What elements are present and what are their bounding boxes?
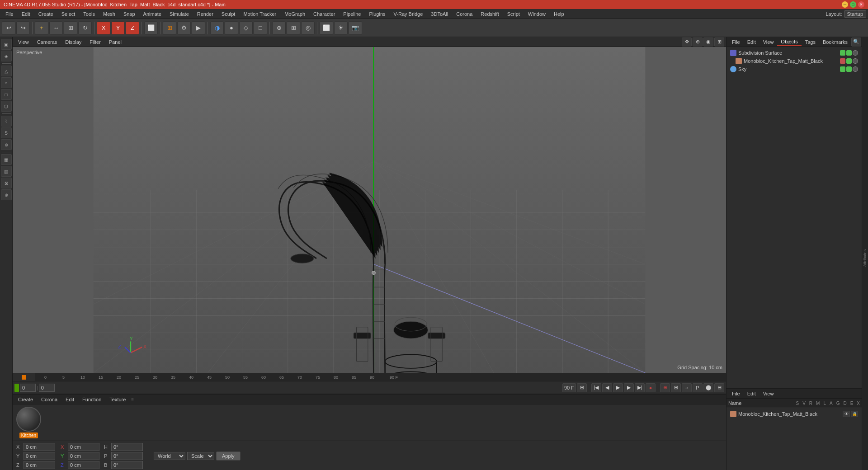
redo-button[interactable]: ↪ — [16, 21, 30, 35]
obj-item-subdivision[interactable]: Subdivision Surface — [728, 49, 860, 57]
mat-tab-function[interactable]: Function — [79, 396, 105, 403]
left-tool-3[interactable]: □ — [1, 89, 12, 100]
left-tool-4[interactable]: ⬡ — [1, 101, 12, 112]
maximize-button[interactable]: □ — [850, 1, 856, 8]
frame-input[interactable] — [39, 384, 55, 392]
coord-z-input[interactable] — [24, 461, 55, 469]
object-mode-button[interactable]: ◑ — [210, 21, 224, 35]
tl-btn-5[interactable]: ⬤ — [703, 383, 713, 392]
viewport-view-menu[interactable]: View — [14, 38, 33, 46]
rp-tab-objects[interactable]: Objects — [777, 38, 801, 46]
render-region-button[interactable]: ⬜ — [144, 21, 158, 35]
menu-corona[interactable]: Corona — [453, 10, 476, 18]
menu-vray[interactable]: V-Ray Bridge — [390, 10, 427, 18]
coord-x-input[interactable] — [24, 443, 55, 451]
close-button[interactable]: ✕ — [858, 1, 864, 8]
play-range-button[interactable]: 90 F — [562, 383, 576, 392]
menu-mesh[interactable]: Mesh — [99, 10, 119, 18]
next-frame-button[interactable]: ▶ — [624, 383, 634, 392]
viewport-move-icon[interactable]: ✥ — [682, 38, 692, 47]
scale-tool-button[interactable]: ⊞ — [64, 21, 77, 35]
rotate-tool-button[interactable]: ↻ — [78, 21, 92, 35]
mat-tab-corona[interactable]: Corona — [38, 396, 61, 403]
coord-y-input[interactable] — [24, 452, 55, 460]
viewport-lock-icon[interactable]: ◉ — [703, 38, 713, 47]
goto-start-button[interactable]: |◀ — [591, 383, 601, 392]
left-tool-6[interactable]: S — [1, 127, 12, 138]
mat-tab-texture[interactable]: Texture — [106, 396, 129, 403]
left-model-mode[interactable]: ▣ — [1, 39, 12, 50]
floor-button[interactable]: ⬜ — [320, 21, 333, 35]
menu-plugins[interactable]: Plugins — [365, 10, 389, 18]
point-mode-button[interactable]: ● — [225, 21, 238, 35]
set-end-frame[interactable]: ⊞ — [577, 383, 587, 392]
goto-end-button[interactable]: ▶| — [635, 383, 645, 392]
material-item-kitchen[interactable]: Kitchen — [16, 407, 41, 438]
attr-tab-file[interactable]: File — [728, 390, 744, 397]
snap-button[interactable]: ⊕ — [272, 21, 286, 35]
render-settings-button[interactable]: ⚙ — [177, 21, 191, 35]
x-axis-button[interactable]: X — [97, 21, 110, 35]
menu-script[interactable]: Script — [504, 10, 524, 18]
viewport-fullscreen-icon[interactable]: ⊞ — [714, 38, 724, 47]
coord-system-dropdown[interactable]: World Local — [154, 452, 185, 460]
y-axis-button[interactable]: Y — [111, 21, 125, 35]
edge-mode-button[interactable]: ◇ — [239, 21, 253, 35]
menu-character[interactable]: Character — [310, 10, 339, 18]
mat-tab-edit[interactable]: Edit — [62, 396, 78, 403]
left-tool-2[interactable]: ○ — [1, 77, 12, 88]
viewport-filter-menu[interactable]: Filter — [86, 38, 104, 46]
left-tool-11[interactable]: ⊕ — [1, 189, 12, 200]
left-tool-10[interactable]: ⊠ — [1, 178, 12, 188]
rot-h-input[interactable] — [111, 443, 143, 451]
tl-btn-4[interactable]: P — [693, 383, 703, 392]
rp-search-icon[interactable]: 🔍 — [851, 38, 861, 47]
menu-redshift[interactable]: Redshift — [477, 10, 502, 18]
rp-tab-tags[interactable]: Tags — [802, 38, 819, 46]
viewport-panel-menu[interactable]: Panel — [105, 38, 125, 46]
attr-icon1[interactable]: 👁 — [843, 411, 850, 417]
left-tool-7[interactable]: ⊗ — [1, 139, 12, 150]
tl-btn-2[interactable]: ⊞ — [671, 383, 681, 392]
apply-button[interactable]: Apply — [216, 451, 241, 461]
rp-tab-view[interactable]: View — [760, 38, 778, 46]
left-tool-1[interactable]: △ — [1, 66, 12, 76]
rot-p-input[interactable] — [111, 452, 143, 460]
menu-help[interactable]: Help — [550, 10, 568, 18]
tl-btn-6[interactable]: ⊟ — [714, 383, 724, 392]
mat-tab-create[interactable]: Create — [14, 396, 37, 403]
viewport-cameras-menu[interactable]: Cameras — [33, 38, 61, 46]
menu-sculpt[interactable]: Sculpt — [218, 10, 239, 18]
menu-select[interactable]: Select — [58, 10, 79, 18]
menu-render[interactable]: Render — [193, 10, 217, 18]
z-axis-button[interactable]: Z — [126, 21, 139, 35]
rot-b-input[interactable] — [111, 461, 143, 469]
play-button[interactable]: ▶ — [613, 383, 623, 392]
rp-tab-file[interactable]: File — [728, 38, 744, 46]
render-button[interactable]: ⊞ — [163, 21, 176, 35]
size-x-input[interactable] — [68, 443, 99, 451]
viewport-display-menu[interactable]: Display — [61, 38, 85, 46]
menu-3dtoall[interactable]: 3DToAll — [427, 10, 452, 18]
obj-item-monobloc[interactable]: Monobloc_Kitchen_Tap_Matt_Black — [728, 57, 860, 65]
menu-snap[interactable]: Snap — [120, 10, 139, 18]
tl-btn-3[interactable]: ○ — [682, 383, 692, 392]
menu-mograph[interactable]: MoGraph — [281, 10, 309, 18]
subdivision-dot[interactable] — [853, 50, 858, 56]
menu-file[interactable]: File — [2, 10, 17, 18]
sky-dot[interactable] — [853, 66, 858, 72]
record-button[interactable]: ● — [646, 383, 656, 392]
light-button[interactable]: ☀ — [334, 21, 348, 35]
rp-tab-edit[interactable]: Edit — [744, 38, 760, 46]
menu-motion-tracker[interactable]: Motion Tracker — [240, 10, 280, 18]
menu-create[interactable]: Create — [35, 10, 57, 18]
render-queue-button[interactable]: ▶ — [192, 21, 205, 35]
current-frame-input[interactable] — [20, 384, 36, 392]
workplane-button[interactable]: ⊞ — [287, 21, 300, 35]
prev-frame-button[interactable]: ◀ — [602, 383, 612, 392]
menu-simulate[interactable]: Simulate — [166, 10, 193, 18]
menu-edit[interactable]: Edit — [18, 10, 34, 18]
move-tool-button[interactable]: ↔ — [49, 21, 63, 35]
rp-tab-bookmarks[interactable]: Bookmarks — [819, 38, 851, 46]
left-tool-8[interactable]: ▦ — [1, 154, 12, 165]
